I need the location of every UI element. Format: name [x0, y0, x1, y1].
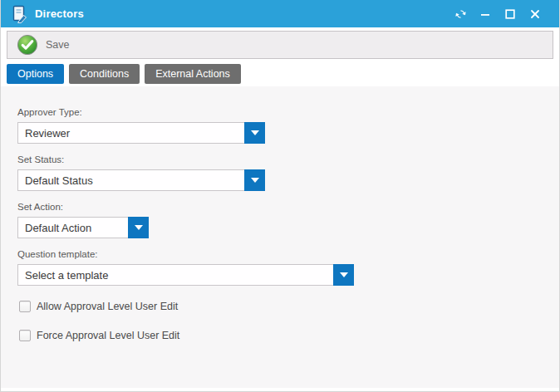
- tab-strip: Options Conditions External Actions: [1, 63, 559, 84]
- set-status-field: Set Status: Default Status: [17, 154, 559, 191]
- approver-type-label: Approver Type:: [17, 106, 559, 119]
- chevron-down-icon: [135, 225, 143, 230]
- approver-type-value[interactable]: Reviewer: [17, 122, 244, 144]
- save-check-icon: [17, 34, 38, 56]
- allow-approval-level-user-edit-checkbox-row[interactable]: Allow Approval Level User Edit: [19, 301, 559, 312]
- tab-options[interactable]: Options: [7, 64, 64, 84]
- title-bar: Directors: [1, 0, 559, 27]
- approver-type-field: Approver Type: Reviewer: [17, 106, 559, 144]
- force-approval-level-user-edit-checkbox[interactable]: [19, 330, 31, 341]
- toolbar: Save: [7, 31, 553, 59]
- approver-type-dropdown-button[interactable]: [244, 122, 265, 144]
- allow-approval-level-user-edit-label: Allow Approval Level User Edit: [37, 301, 178, 312]
- set-status-label: Set Status:: [17, 154, 559, 166]
- force-approval-level-user-edit-label: Force Approval Level User Edit: [37, 330, 179, 341]
- window-controls: [448, 3, 548, 25]
- close-icon[interactable]: [523, 3, 548, 25]
- tab-external-actions[interactable]: External Actions: [145, 64, 241, 84]
- set-status-dropdown-button[interactable]: [244, 169, 265, 191]
- question-template-label: Question template:: [17, 248, 559, 261]
- chevron-down-icon: [251, 178, 259, 183]
- set-action-field: Set Action: Default Action: [17, 201, 559, 238]
- dialog-window: Directors: [0, 0, 560, 392]
- chevron-down-icon: [251, 130, 259, 135]
- set-action-dropdown[interactable]: Default Action: [17, 217, 149, 238]
- form-pen-icon: [11, 5, 27, 23]
- window-title: Directors: [35, 7, 448, 20]
- chevron-down-icon: [340, 272, 348, 277]
- maximize-icon[interactable]: [498, 3, 523, 25]
- approver-type-dropdown[interactable]: Reviewer: [17, 122, 265, 144]
- options-panel: Approver Type: Reviewer Set Status: Defa…: [1, 86, 559, 388]
- refresh-icon[interactable]: [448, 3, 473, 25]
- question-template-value[interactable]: Select a template: [17, 264, 333, 286]
- question-template-dropdown-button[interactable]: [333, 264, 354, 286]
- force-approval-level-user-edit-checkbox-row[interactable]: Force Approval Level User Edit: [19, 330, 559, 341]
- question-template-dropdown[interactable]: Select a template: [17, 264, 354, 286]
- set-status-dropdown[interactable]: Default Status: [17, 169, 265, 191]
- save-button[interactable]: Save: [15, 32, 75, 57]
- allow-approval-level-user-edit-checkbox[interactable]: [19, 301, 31, 312]
- set-action-value[interactable]: Default Action: [17, 217, 128, 238]
- set-action-dropdown-button[interactable]: [128, 217, 149, 238]
- toolbar-wrapper: Save: [1, 27, 559, 63]
- set-action-label: Set Action:: [17, 201, 559, 213]
- tab-conditions[interactable]: Conditions: [69, 64, 140, 84]
- question-template-field: Question template: Select a template: [17, 248, 559, 286]
- minimize-icon[interactable]: [473, 3, 498, 25]
- save-button-label: Save: [46, 39, 70, 51]
- set-status-value[interactable]: Default Status: [17, 169, 244, 191]
